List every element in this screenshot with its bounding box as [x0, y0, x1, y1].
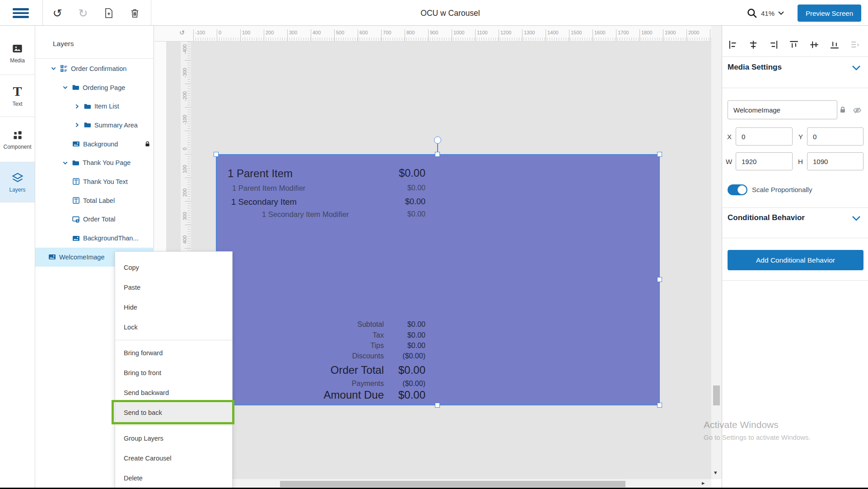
- menu-item-copy[interactable]: Copy: [115, 258, 232, 277]
- align-left-button[interactable]: [727, 38, 739, 51]
- lock-icon[interactable]: [144, 141, 151, 147]
- align-vertical-center-button[interactable]: [808, 38, 821, 51]
- chevron-down-icon[interactable]: [62, 160, 68, 166]
- scroll-right-arrow[interactable]: ▸: [702, 480, 705, 486]
- summary-label: Subtotal: [357, 320, 384, 329]
- ruler-tick: [185, 84, 191, 84]
- layer-row-order-total[interactable]: $Order Total: [35, 210, 154, 229]
- h-field-label: H: [798, 158, 803, 165]
- x-field-label: X: [727, 133, 732, 141]
- layer-label: Total Label: [83, 197, 115, 204]
- ruler-tick: [185, 201, 191, 202]
- layer-label: Thank You Page: [83, 159, 131, 166]
- layers-panel-title: Layers: [53, 40, 74, 48]
- chevron-down-icon[interactable]: [51, 66, 56, 71]
- layer-row-summary-area[interactable]: Summary Area: [35, 116, 154, 135]
- summary-value: $0.00: [398, 389, 425, 401]
- folder-layer-icon: [72, 159, 79, 167]
- resize-handle-top-right[interactable]: [657, 152, 662, 157]
- ruler-tick: [405, 29, 405, 41]
- resize-handle-top-left[interactable]: [214, 152, 219, 157]
- welcome-image-layer-selected[interactable]: 1 Parent Item$0.001 Parent Item Modifier…: [216, 154, 660, 405]
- distribute-button-disabled[interactable]: [849, 38, 861, 51]
- menu-item-create-carousel[interactable]: Create Carousel: [115, 448, 232, 468]
- menu-item-bring-forward[interactable]: Bring forward: [115, 343, 232, 363]
- menu-item-bring-to-front[interactable]: Bring to front: [115, 363, 232, 383]
- collapse-conditional-behavior-chevron[interactable]: [851, 215, 861, 222]
- app-window: ↺ ↻ OCU w Carousel 41% Preview Screen Me…: [0, 0, 868, 489]
- align-horizontal-center-button[interactable]: [747, 38, 760, 51]
- zoom-control[interactable]: 41%: [746, 5, 784, 21]
- undo-icon: ↺: [53, 8, 62, 19]
- menu-item-send-backward[interactable]: Send backward: [115, 383, 232, 403]
- menu-item-send-to-back[interactable]: Send to back: [115, 403, 232, 423]
- layer-label: Summary Area: [94, 122, 138, 129]
- resize-handle-bottom-center[interactable]: [435, 403, 440, 408]
- ruler-label: -400: [182, 44, 187, 54]
- rail-item-layers[interactable]: Layers: [0, 162, 35, 202]
- menu-item-paste[interactable]: Paste: [115, 277, 232, 297]
- summary-value: $0.00: [407, 331, 425, 339]
- ruler-label: 1900: [665, 30, 676, 35]
- panel-divider: [722, 238, 868, 238]
- preview-screen-button[interactable]: Preview Screen: [798, 5, 861, 22]
- redo-button[interactable]: ↻: [75, 6, 91, 20]
- horizontal-scrollbar-thumb[interactable]: [280, 481, 625, 487]
- layer-name-input[interactable]: [728, 100, 837, 119]
- y-input[interactable]: [807, 127, 863, 146]
- ruler-tick: [185, 154, 191, 155]
- menu-item-group-layers[interactable]: Group Layers: [115, 428, 232, 448]
- layer-row-thank-you-text[interactable]: Thank You Text: [35, 172, 154, 191]
- align-top-button[interactable]: [788, 38, 800, 51]
- layer-row-thank-you-page[interactable]: Thank You Page: [35, 153, 154, 172]
- resize-handle-middle-right[interactable]: [657, 277, 662, 282]
- x-input[interactable]: [736, 127, 793, 146]
- ruler-label: 100: [182, 165, 187, 173]
- add-conditional-behavior-button[interactable]: Add Conditional Behavior: [728, 250, 863, 270]
- undo-button[interactable]: ↺: [50, 6, 65, 20]
- layer-row-order-confirmation[interactable]: Order Confirmation: [35, 59, 154, 78]
- menu-item-hide[interactable]: Hide: [115, 297, 232, 317]
- rail-item-text[interactable]: T Text: [0, 75, 35, 117]
- delete-button[interactable]: [127, 6, 142, 20]
- resize-handle-bottom-right[interactable]: [657, 403, 662, 408]
- chevron-down-icon[interactable]: [62, 85, 68, 90]
- scale-proportionally-toggle[interactable]: [728, 184, 747, 195]
- chevron-right-icon[interactable]: [74, 122, 80, 128]
- visibility-toggle-icon[interactable]: [853, 106, 862, 115]
- collapse-media-settings-chevron[interactable]: [851, 65, 861, 72]
- ruler-label: 1400: [547, 30, 558, 35]
- lock-toggle-icon[interactable]: [839, 106, 847, 114]
- menu-item-delete[interactable]: Delete: [115, 468, 232, 488]
- summary-label: Order Total: [331, 364, 384, 376]
- scroll-down-arrow[interactable]: ▾: [714, 469, 717, 476]
- resize-handle-top-center[interactable]: [435, 152, 440, 157]
- ruler-origin-icon: ↺: [179, 29, 185, 36]
- vertical-scrollbar[interactable]: [711, 26, 722, 479]
- folder-layer-icon: [72, 84, 79, 91]
- layer-row-total-label[interactable]: Total Label: [35, 191, 154, 210]
- rail-item-component[interactable]: Component: [0, 117, 35, 162]
- h-input[interactable]: [807, 152, 863, 170]
- chevron-right-icon[interactable]: [74, 103, 80, 109]
- align-right-button[interactable]: [767, 38, 780, 51]
- hamburger-menu-icon[interactable]: [13, 8, 29, 18]
- rail-item-media[interactable]: Media: [0, 32, 35, 75]
- vertical-scrollbar-thumb[interactable]: [713, 386, 720, 405]
- summary-row-tips: Tips$0.00: [217, 342, 659, 352]
- layer-row-ordering-page[interactable]: Ordering Page: [35, 78, 154, 97]
- summary-row-order-total: Order Total$0.00: [217, 364, 659, 379]
- layer-row-background[interactable]: Background: [35, 135, 154, 154]
- layer-row-backgroundthan[interactable]: BackgroundThan...: [35, 229, 154, 248]
- order-item-price: $0.00: [405, 197, 425, 207]
- w-input[interactable]: [736, 152, 793, 170]
- layer-row-item-list[interactable]: Item List: [35, 97, 154, 116]
- menu-item-lock[interactable]: Lock: [115, 317, 232, 337]
- ruler-label: 200: [182, 188, 187, 197]
- ruler-label: 1500: [571, 30, 582, 35]
- ruler-tick: [593, 29, 593, 41]
- align-bottom-button[interactable]: [828, 38, 841, 51]
- new-page-button[interactable]: [101, 6, 117, 20]
- ruler-tick: [185, 131, 191, 131]
- rotation-handle[interactable]: [434, 136, 441, 144]
